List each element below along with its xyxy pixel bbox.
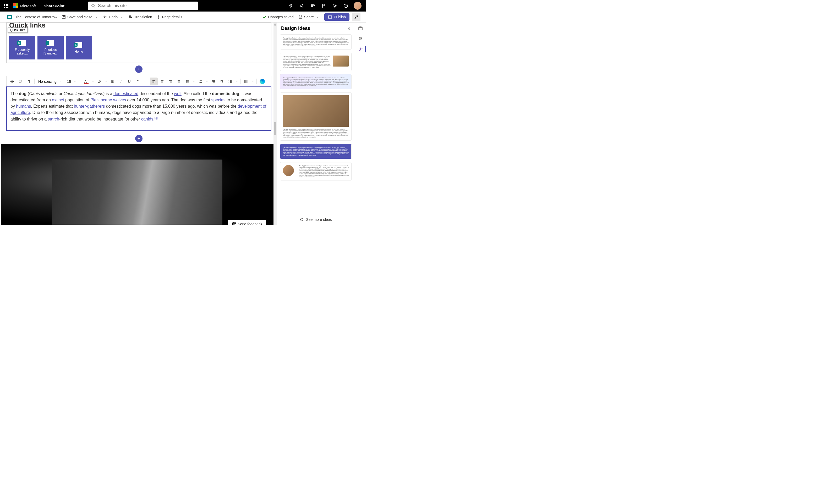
chevron-down-icon[interactable]: ⌄: [235, 80, 239, 83]
bullet-list-button[interactable]: [183, 78, 191, 85]
chevron-down-icon[interactable]: ⌄: [104, 80, 108, 83]
text-editor[interactable]: The dog (Canis familiaris or Canis lupus…: [6, 86, 271, 131]
underline-button[interactable]: U: [125, 78, 133, 85]
see-more-ideas-button[interactable]: See more ideas: [277, 214, 355, 225]
help-icon[interactable]: [341, 0, 351, 12]
premium-icon[interactable]: [286, 0, 296, 12]
search-input[interactable]: Search this site: [88, 2, 198, 10]
highlight-button[interactable]: [96, 78, 103, 85]
brand-sharepoint[interactable]: SharePoint: [44, 4, 64, 8]
indent-button[interactable]: [210, 78, 217, 85]
foreground-image: [52, 160, 222, 225]
collapse-button[interactable]: [352, 13, 360, 21]
publish-button[interactable]: Publish: [324, 13, 349, 21]
undo-chevron-icon[interactable]: ⌄: [120, 15, 124, 18]
add-links-button[interactable]: +Add links: [9, 29, 269, 33]
link[interactable]: canids: [141, 117, 153, 121]
highlight-icon: [97, 79, 102, 84]
bold-button[interactable]: B: [109, 78, 117, 85]
people-icon[interactable]: [308, 0, 318, 12]
table-button[interactable]: [242, 78, 250, 85]
publish-icon: [328, 15, 332, 19]
check-icon: [262, 15, 266, 19]
quick-link-tile[interactable]: Priorities [Sample...: [37, 36, 64, 59]
quick-links-webpart[interactable]: Quick links Quick links +Add links Frequ…: [6, 23, 271, 63]
numbers-icon: 12: [199, 80, 202, 83]
save-close-button[interactable]: Save and close: [59, 13, 95, 21]
link[interactable]: hunter-gatherers: [74, 104, 105, 108]
text: descendant of the: [138, 91, 174, 96]
link[interactable]: domesticated: [113, 91, 138, 96]
paragraph-style-select[interactable]: No spacing⌄: [36, 79, 64, 84]
properties-icon[interactable]: [357, 36, 364, 42]
align-center-button[interactable]: [158, 78, 166, 85]
link[interactable]: species: [211, 98, 225, 102]
chevron-down-icon[interactable]: ⌄: [251, 80, 255, 83]
delete-icon[interactable]: [25, 78, 33, 85]
undo-button[interactable]: Undo: [101, 13, 120, 21]
font-size-select[interactable]: 18⌄: [65, 79, 79, 84]
sharepoint-page-icon: [19, 40, 26, 46]
link[interactable]: starch: [48, 117, 59, 121]
move-icon[interactable]: [8, 78, 16, 85]
megaphone-icon[interactable]: [297, 0, 307, 12]
add-section-button[interactable]: +: [135, 135, 143, 142]
image-webpart[interactable]: Send feedback: [1, 144, 277, 225]
sharepoint-page-icon: [75, 42, 82, 48]
design-idea-card[interactable]: The dog (Canis familiaris or Canis lupus…: [280, 162, 352, 180]
italic-button[interactable]: I: [117, 78, 125, 85]
save-close-label: Save and close: [67, 15, 92, 19]
page-details-button[interactable]: Page details: [154, 13, 184, 21]
design-idea-card[interactable]: The dog (Canis familiaris or Canis lupus…: [280, 92, 352, 141]
link[interactable]: humans: [16, 104, 31, 108]
text: over 14,000 years ago. The dog was the f…: [126, 98, 211, 102]
send-feedback-button[interactable]: Send feedback: [228, 220, 266, 225]
flag-icon[interactable]: [319, 0, 329, 12]
align-left-button[interactable]: [150, 78, 158, 85]
align-right-button[interactable]: [167, 78, 174, 85]
scroll-arrow-up-icon[interactable]: [274, 24, 276, 26]
vertical-scrollbar[interactable]: [273, 23, 277, 225]
design-ideas-rail-icon[interactable]: [357, 46, 364, 52]
close-panel-button[interactable]: ✕: [347, 26, 351, 31]
duplicate-icon[interactable]: [17, 78, 24, 85]
share-button[interactable]: Share⌄: [296, 13, 322, 21]
tile-label: Home: [75, 50, 83, 53]
user-avatar[interactable]: [354, 2, 362, 10]
chevron-down-icon[interactable]: ⌄: [142, 80, 146, 83]
site-link[interactable]: The Contoso of Tomorrow: [5, 13, 59, 21]
number-list-button[interactable]: 12: [196, 78, 204, 85]
reference-link[interactable]: [4]: [155, 116, 158, 119]
copilot-button[interactable]: [258, 78, 266, 85]
design-panel-title: Design ideas: [281, 26, 310, 31]
thumb-image: [283, 165, 294, 176]
design-idea-card[interactable]: The dog (Canis familiaris or Canis lupus…: [280, 74, 352, 89]
app-launcher-icon[interactable]: [2, 2, 10, 10]
quote-button[interactable]: ❞: [134, 78, 142, 85]
chevron-down-icon[interactable]: ⌄: [205, 80, 209, 83]
save-status: Changes saved: [262, 15, 293, 19]
add-section-button[interactable]: +: [135, 65, 143, 73]
design-idea-card[interactable]: The dog (Canis familiaris or Canis lupus…: [280, 144, 352, 159]
outdent-button[interactable]: [218, 78, 226, 85]
align-justify-button[interactable]: [175, 78, 183, 85]
design-idea-card[interactable]: The dog (Canis familiaris or Canis lupus…: [280, 34, 352, 50]
font-color-button[interactable]: [83, 78, 90, 85]
design-ideas-list[interactable]: The dog (Canis familiaris or Canis lupus…: [277, 34, 355, 214]
toolbox-icon[interactable]: [357, 25, 364, 31]
link[interactable]: Pleistocene wolves: [90, 98, 126, 102]
microsoft-logo-icon: [13, 3, 18, 8]
line-spacing-button[interactable]: [226, 78, 234, 85]
quick-link-tile[interactable]: Frequently asked...: [9, 36, 35, 59]
save-close-chevron-icon[interactable]: ⌄: [95, 15, 99, 18]
quick-link-tile[interactable]: Home: [66, 36, 92, 59]
chevron-down-icon[interactable]: ⌄: [192, 80, 196, 83]
scroll-thumb[interactable]: [274, 122, 276, 135]
design-idea-card[interactable]: The dog (Canis familiaris or Canis lupus…: [280, 53, 352, 71]
translation-button[interactable]: Translation: [126, 13, 154, 21]
svg-point-8: [158, 16, 159, 18]
chevron-down-icon[interactable]: ⌄: [91, 80, 95, 83]
settings-icon[interactable]: [330, 0, 340, 12]
link[interactable]: extinct: [52, 98, 64, 102]
link[interactable]: wolf: [174, 91, 181, 96]
